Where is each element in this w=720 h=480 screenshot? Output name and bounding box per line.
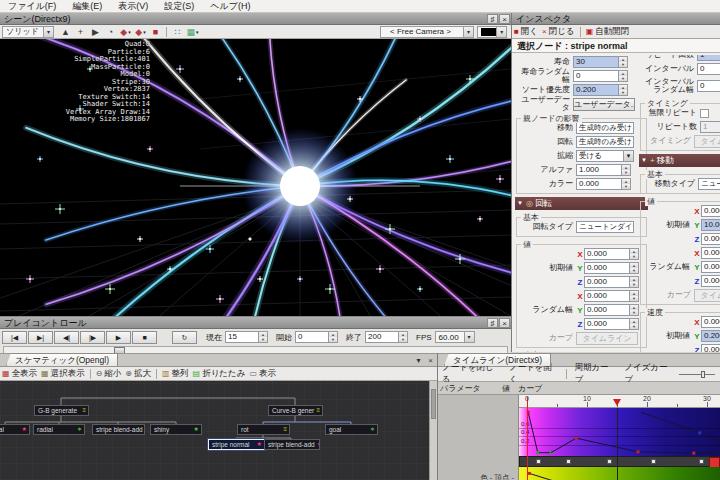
rotation-type-select[interactable]: ニュートンダイナミクス▼ — [576, 221, 634, 233]
auto-open-close-button[interactable]: ▣自動開閉 — [586, 26, 630, 38]
close-icon[interactable]: × — [425, 356, 436, 366]
section-header-rotation-section[interactable]: ▼◎回転 — [515, 197, 648, 210]
node-G-B-generate[interactable]: G-B generate≡ — [34, 405, 89, 416]
playhead-marker[interactable] — [613, 399, 621, 406]
value-field[interactable]: 1.000 — [576, 164, 622, 176]
open-button[interactable]: ■開く — [514, 26, 538, 38]
pin-icon[interactable]: ♯ — [487, 14, 498, 24]
go-end-button[interactable]: ▶| — [28, 331, 53, 344]
go-start-button[interactable]: |◀ — [2, 331, 27, 344]
value-field[interactable]: 0.000 — [584, 248, 630, 260]
play-button[interactable]: ▶ — [106, 331, 131, 344]
value-field[interactable]: 0.000 — [584, 262, 630, 274]
render-mode-icon[interactable]: ▲ — [59, 26, 72, 38]
value-field[interactable]: 0.000 — [701, 344, 720, 352]
value-field[interactable]: 0.000 — [701, 275, 720, 287]
node-stripe-blend-add[interactable]: stripe blend-add★ — [92, 424, 145, 435]
node-shiny[interactable]: shiny★ — [150, 424, 202, 435]
menu-item-view[interactable]: 表示(V) — [110, 0, 156, 13]
gradient-key[interactable] — [607, 459, 612, 464]
fps-select[interactable]: 60.00 ▾ — [435, 331, 475, 343]
step-forward-button[interactable]: |▶ — [80, 331, 105, 344]
value-stepper[interactable]: ▲▼ — [630, 290, 639, 302]
bg-color-icon[interactable]: ▦▾ — [186, 26, 199, 38]
fold-button[interactable]: ▤折りたたみ — [193, 368, 246, 380]
node-graph[interactable]: normal★radial∗stripe blend-add★shiny★rot… — [0, 381, 437, 480]
node-goal[interactable]: goal∗ — [325, 424, 378, 435]
node-graph-scrollbar[interactable] — [429, 381, 437, 480]
viewport-3d[interactable]: Quad:0 Particle:6 SimpleParticle:401 Mas… — [0, 39, 511, 316]
move-type-select[interactable]: ニュートンダイナミクス▼ — [698, 178, 720, 190]
menu-item-edit[interactable]: 編集(E) — [64, 0, 110, 13]
menu-item-file[interactable]: ファイル(F) — [0, 0, 64, 13]
camera-select[interactable]: < Free Camera > ▾ — [380, 26, 474, 38]
value-field[interactable]: 0.000 — [584, 318, 630, 330]
value-field[interactable]: 0.000 — [701, 205, 720, 217]
parent-scale-select[interactable]: 受ける▼ — [576, 150, 634, 162]
value-stepper[interactable]: ▲▼ — [622, 164, 631, 176]
value-stepper[interactable]: ▲▼ — [630, 262, 639, 274]
node-stripe-blend-add[interactable]: stripe blend-add★ — [264, 439, 320, 450]
value-stepper[interactable]: ▲▼ — [619, 56, 628, 68]
show-all-button[interactable]: ▦全表示 — [2, 368, 37, 380]
stop-button[interactable]: ■ — [132, 331, 157, 344]
play-view-icon[interactable]: ▶ — [89, 26, 102, 38]
value-field[interactable]: 0.000 — [701, 316, 720, 328]
loop-button[interactable]: ↻ — [172, 331, 197, 344]
value-stepper[interactable]: ▲▼ — [630, 248, 639, 260]
current-frame-input[interactable]: 15 — [225, 331, 259, 343]
second-curve-area[interactable] — [519, 467, 720, 480]
chevron-down-icon[interactable]: ▾ — [413, 356, 424, 366]
value-field[interactable]: 0.000 — [584, 304, 630, 316]
close-icon[interactable]: × — [499, 318, 510, 328]
gradient-key[interactable] — [651, 459, 656, 464]
close-button[interactable]: ×閉じる — [542, 26, 575, 38]
tab-timeline[interactable]: タイムライン(Directx9) — [444, 353, 551, 366]
value-field[interactable]: 0 — [697, 63, 720, 75]
grid-icon[interactable]: ∷ — [171, 26, 184, 38]
value-field[interactable]: 0 — [573, 70, 619, 82]
tab-schematic[interactable]: スケマティック(Opengl) — [6, 353, 118, 366]
value-field[interactable]: 10.000 — [701, 219, 720, 231]
parent-move-select[interactable]: 生成時のみ受ける▼ — [576, 122, 634, 134]
value-stepper[interactable]: ▲▼ — [622, 178, 631, 190]
time-icon[interactable]: ◔ — [104, 26, 117, 38]
value-field[interactable]: 0 — [697, 80, 720, 92]
timeline-row-label[interactable]: 色 - 頂点 - — [480, 473, 514, 480]
node-radial[interactable]: radial∗ — [33, 424, 85, 435]
close-icon[interactable]: × — [499, 14, 510, 24]
background-color-select[interactable]: ▾ — [477, 26, 507, 38]
value-stepper[interactable]: ▲▼ — [630, 304, 639, 316]
node-rot[interactable]: rot≡ — [237, 424, 290, 435]
pin-icon[interactable]: ♯ — [487, 318, 498, 328]
translate-icon[interactable]: + — [74, 26, 87, 38]
value-field[interactable]: 0.000 — [584, 276, 630, 288]
value-field[interactable]: 1 — [697, 55, 720, 61]
gradient-key[interactable] — [566, 459, 571, 464]
value-field[interactable]: 0.200 — [701, 330, 720, 342]
infinite-repeat-checkbox[interactable] — [700, 109, 709, 118]
step-back-button[interactable]: ◀| — [54, 331, 79, 344]
color-curve-area[interactable]: 0.60.40.2 — [519, 408, 720, 456]
shading-mode-select[interactable]: ソリッド ▾ — [2, 26, 54, 38]
particle-reset-icon[interactable]: ◆▾ — [119, 26, 132, 38]
rot-curve-button[interactable]: タイムライン — [576, 332, 638, 345]
gradient-key[interactable] — [699, 459, 704, 464]
value-stepper[interactable]: ▲▼ — [630, 276, 639, 288]
zoom-in-button[interactable]: ⊕拡大 — [125, 368, 151, 380]
gradient-key[interactable] — [536, 459, 541, 464]
particle-mode-icon[interactable]: ◆▾ — [134, 26, 147, 38]
timeline-zoom-slider[interactable] — [679, 370, 714, 379]
value-field[interactable]: 1 — [700, 121, 720, 133]
current-frame-stepper[interactable]: ▲▼ — [259, 331, 268, 343]
menu-item-help[interactable]: ヘルプ(H) — [202, 0, 258, 13]
value-stepper[interactable]: ▲▼ — [619, 84, 628, 96]
value-field[interactable]: 0.000 — [584, 290, 630, 302]
value-field[interactable]: 0.200 — [573, 84, 619, 96]
show-selected-button[interactable]: ▦選択表示 — [41, 368, 85, 380]
value-field[interactable]: 0.000 — [701, 233, 720, 245]
value-stepper[interactable]: ▲▼ — [619, 70, 628, 82]
value-field[interactable]: 0.000 — [701, 261, 720, 273]
user-data-button[interactable]: ユーザーデータ... — [573, 98, 635, 111]
section-header-move-section[interactable]: ▼+移動 — [639, 154, 720, 167]
